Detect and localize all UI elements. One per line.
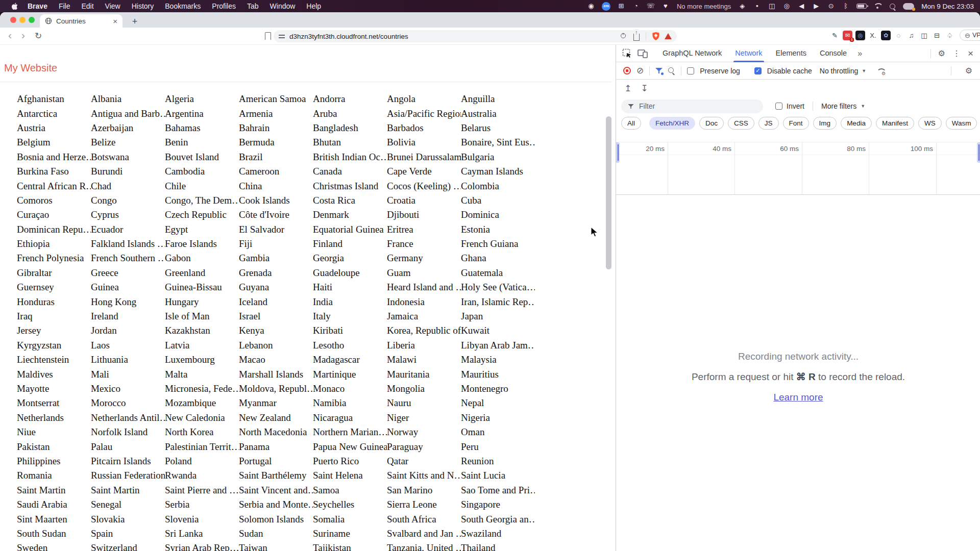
spade-extension-icon[interactable]: ♤: [945, 31, 954, 40]
filter-chip-manifest[interactable]: Manifest: [876, 117, 914, 130]
page-scrollbar[interactable]: [606, 116, 611, 269]
device-toolbar-icon[interactable]: [638, 49, 648, 58]
menu-bar-clock[interactable]: Mon 9 Dec 23:03: [921, 3, 974, 10]
time-lock-icon[interactable]: ◔: [632, 2, 640, 10]
menu-item-profiles[interactable]: Profiles: [206, 0, 241, 12]
invert-checkbox[interactable]: [775, 103, 782, 110]
filter-chip-media[interactable]: Media: [841, 117, 872, 130]
tab-close-icon[interactable]: ×: [113, 17, 117, 25]
network-settings-icon[interactable]: ⚙: [965, 66, 972, 76]
back-button[interactable]: ‹: [8, 29, 12, 41]
devtools-more-menu-icon[interactable]: ⋮: [952, 48, 961, 58]
menu-item-edit[interactable]: Edit: [76, 0, 99, 12]
forward-button[interactable]: ›: [21, 29, 25, 41]
bluetooth-icon[interactable]: ᛒ: [842, 2, 850, 10]
wifi-icon[interactable]: [873, 3, 881, 9]
menu-item-brave[interactable]: Brave: [22, 0, 53, 12]
zoom-page-icon[interactable]: [621, 33, 627, 40]
filter-chip-img[interactable]: Img: [813, 117, 837, 130]
url-text[interactable]: d3hzn3tyfnt3th.cloudfront.net/countries: [289, 33, 615, 40]
preserve-log-label[interactable]: Preserve log: [700, 67, 740, 75]
split-screen-extension-icon[interactable]: ◫: [919, 31, 929, 40]
music-extension-icon[interactable]: ♫: [906, 31, 916, 40]
record-network-log-button[interactable]: [623, 67, 631, 74]
more-filters-dropdown[interactable]: More filters ▼: [821, 102, 865, 110]
filter-chip-font[interactable]: Font: [783, 117, 809, 130]
battery-icon[interactable]: [856, 4, 867, 9]
menu-item-history[interactable]: History: [126, 0, 160, 12]
user-switch-icon[interactable]: [903, 3, 914, 10]
menu-item-view[interactable]: View: [100, 0, 126, 12]
clear-network-log-icon[interactable]: ⊘: [636, 65, 644, 76]
viber-icon[interactable]: ☏: [647, 2, 655, 10]
window-close-button[interactable]: [10, 17, 16, 23]
user-circle-icon[interactable]: ⊙: [827, 2, 835, 10]
meeting-status-text[interactable]: No more meetings: [677, 3, 731, 10]
inspect-element-icon[interactable]: [622, 48, 632, 59]
timeline-right-handle[interactable]: [977, 142, 980, 163]
timeline-left-handle[interactable]: [616, 142, 620, 163]
filter-chip-js[interactable]: JS: [758, 117, 779, 130]
filter-chip-doc[interactable]: Doc: [699, 117, 724, 130]
widget-icon[interactable]: ⊞: [617, 2, 625, 10]
share-icon[interactable]: [633, 34, 640, 41]
devtools-tab-elements[interactable]: Elements: [769, 45, 813, 62]
invert-label[interactable]: Invert: [787, 102, 804, 110]
zoom-app-icon[interactable]: zm: [602, 2, 610, 11]
pin-icon[interactable]: ▪: [753, 2, 761, 10]
site-title[interactable]: My Website: [4, 62, 57, 74]
address-bar[interactable]: d3hzn3tyfnt3th.cloudfront.net/countries: [274, 30, 677, 42]
stop-record-icon[interactable]: ◉: [587, 2, 595, 10]
wallet-extension-icon[interactable]: ⊟: [932, 31, 942, 40]
octopus-extension-icon[interactable]: ◌: [894, 31, 903, 40]
window-maximize-button[interactable]: [29, 17, 35, 23]
heart-icon[interactable]: ♥: [662, 2, 670, 10]
vpn-button[interactable]: ⊖VPN: [960, 30, 980, 41]
filter-input[interactable]: Filter: [621, 99, 763, 113]
filter-chip-fetch-xhr[interactable]: Fetch/XHR: [649, 117, 695, 130]
throttling-dropdown[interactable]: No throttling ▼: [820, 67, 866, 75]
devtools-tab-graphql-network[interactable]: GraphQL Network: [656, 45, 728, 62]
disable-cache-checkbox[interactable]: ✓: [754, 67, 762, 74]
more-panels-icon[interactable]: »: [853, 49, 866, 58]
menu-item-bookmarks[interactable]: Bookmarks: [159, 0, 206, 12]
site-settings-icon[interactable]: [279, 34, 285, 39]
play-circle-icon[interactable]: ▶: [812, 2, 820, 10]
devtools-tab-console[interactable]: Console: [813, 45, 853, 62]
spotlight-icon[interactable]: [888, 2, 896, 10]
import-har-icon[interactable]: ↥: [624, 83, 631, 94]
filter-chip-all[interactable]: All: [621, 117, 641, 130]
network-conditions-icon[interactable]: [876, 67, 885, 74]
devtools-tab-network[interactable]: Network: [728, 45, 769, 62]
learn-more-link[interactable]: Learn more: [773, 392, 823, 403]
reload-button[interactable]: ↻: [35, 31, 42, 41]
bookmark-icon[interactable]: [265, 32, 271, 40]
filter-chip-ws[interactable]: WS: [918, 117, 942, 130]
preserve-log-checkbox[interactable]: [687, 67, 694, 74]
atom-extension-icon[interactable]: ◎: [855, 31, 865, 40]
menu-item-help[interactable]: Help: [301, 0, 327, 12]
disable-cache-label[interactable]: Disable cache: [767, 67, 812, 75]
devtools-close-icon[interactable]: ×: [968, 48, 973, 59]
volume-icon[interactable]: ◀: [797, 2, 805, 10]
brave-shield-icon[interactable]: [652, 32, 659, 40]
flower-extension-icon[interactable]: ✿: [881, 31, 891, 40]
search-network-icon[interactable]: [668, 67, 675, 74]
filter-chip-css[interactable]: CSS: [728, 117, 754, 130]
menu-item-tab[interactable]: Tab: [241, 0, 264, 12]
network-overview-timeline[interactable]: 20 ms40 ms60 ms80 ms100 ms: [616, 142, 980, 195]
stage-manager-icon[interactable]: ◫: [768, 2, 776, 10]
new-tab-button[interactable]: +: [129, 15, 141, 28]
menu-item-file[interactable]: File: [53, 0, 76, 12]
export-har-icon[interactable]: ↧: [641, 83, 648, 94]
brave-rewards-icon[interactable]: [665, 33, 672, 39]
devtools-settings-icon[interactable]: ⚙: [938, 48, 945, 58]
window-minimize-button[interactable]: [19, 17, 26, 23]
menu-item-window[interactable]: Window: [264, 0, 301, 12]
filter-toggle-icon[interactable]: [655, 67, 663, 74]
raycast-icon[interactable]: ◈: [738, 2, 746, 10]
browser-tab-countries[interactable]: Countries ×: [40, 14, 122, 28]
filter-chip-wasm[interactable]: Wasm: [946, 117, 977, 130]
mail-extension-icon[interactable]: ✉6: [843, 31, 852, 40]
apple-menu-icon[interactable]: [7, 3, 22, 10]
